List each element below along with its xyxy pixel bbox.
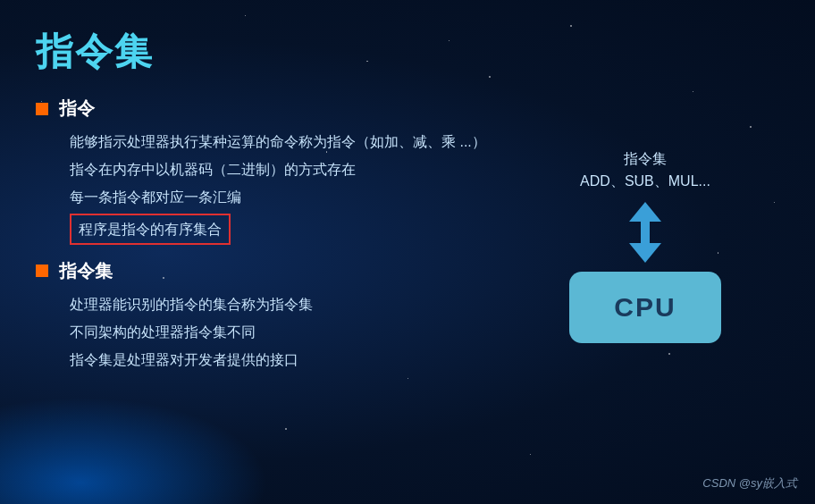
section-header-2: 指令集 <box>36 259 493 283</box>
list-item: 能够指示处理器执行某种运算的命令称为指令（如加、减、乘 ...） <box>70 128 493 155</box>
list-item: 不同架构的处理器指令集不同 <box>70 318 493 346</box>
bidirectional-arrow <box>629 202 661 263</box>
sub-items-2: 处理器能识别的指令的集合称为指令集 不同架构的处理器指令集不同 指令集是处理器对… <box>36 290 493 374</box>
page-title: 指令集 <box>36 27 779 77</box>
sub-items-1: 能够指示处理器执行某种运算的命令称为指令（如加、减、乘 ...） 指令在内存中以… <box>36 128 493 245</box>
list-item: 指令在内存中以机器码（二进制）的方式存在 <box>70 155 493 183</box>
bullet-icon-1 <box>36 103 48 115</box>
arrow-down-icon <box>629 243 661 263</box>
section-zhi-ling-ji: 指令集 处理器能识别的指令的集合称为指令集 不同架构的处理器指令集不同 指令集是… <box>36 259 493 374</box>
arrow-shaft <box>641 222 650 243</box>
section-header-1: 指令 <box>36 97 493 121</box>
list-item: 处理器能识别的指令的集合称为指令集 <box>70 290 493 318</box>
diagram-label: 指令集 <box>624 150 667 169</box>
list-item: 指令集是处理器对开发者提供的接口 <box>70 346 493 374</box>
highlighted-item: 程序是指令的有序集合 <box>70 214 231 245</box>
cpu-label: CPU <box>614 292 676 323</box>
section-title-1: 指令 <box>59 97 95 121</box>
arrow-diagram <box>629 202 661 263</box>
diagram-examples: ADD、SUB、MUL... <box>580 172 710 191</box>
arrow-up-icon <box>629 202 661 222</box>
main-layout: 指令 能够指示处理器执行某种运算的命令称为指令（如加、减、乘 ...） 指令在内… <box>36 97 779 388</box>
section-zhi-ling: 指令 能够指示处理器执行某种运算的命令称为指令（如加、减、乘 ...） 指令在内… <box>36 97 493 245</box>
left-panel: 指令 能够指示处理器执行某种运算的命令称为指令（如加、减、乘 ...） 指令在内… <box>36 97 511 388</box>
right-panel: 指令集 ADD、SUB、MUL... CPU <box>511 97 779 388</box>
list-item: 每一条指令都对应一条汇编 <box>70 183 493 211</box>
cpu-box: CPU <box>569 272 721 343</box>
slide-content: 指令集 指令 能够指示处理器执行某种运算的命令称为指令（如加、减、乘 ...） … <box>0 0 815 504</box>
bullet-icon-2 <box>36 265 48 277</box>
section-title-2: 指令集 <box>59 259 113 283</box>
